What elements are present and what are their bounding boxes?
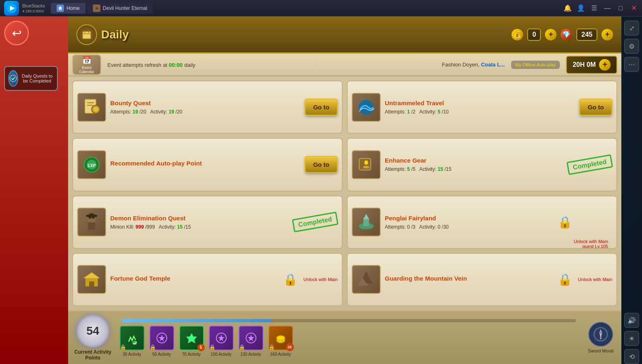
game-area: ↩ Daily Quests to be Completed — [0, 17, 642, 364]
reward-icon-130[interactable]: 🔒 — [239, 326, 263, 350]
bluestacks-appname: BlueStacks4.190.0.5002 — [22, 3, 45, 13]
game-tab[interactable]: ⚔ Devil Hunter Eternal — [87, 3, 153, 14]
event-calendar-button[interactable]: 📅 EventCalendar — [72, 54, 101, 75]
reward-item-30: 🔒 30 Activity — [120, 326, 145, 357]
enhance-icon — [352, 150, 381, 179]
back-button[interactable]: ↩ — [4, 21, 29, 45]
autoplay-title: Recommended Auto-play Point — [110, 160, 301, 167]
reward-160-badge: 25 — [286, 343, 294, 351]
quest-card-penglai: Penglai Fairyland Attempts: 0 /3 Activit… — [347, 196, 617, 249]
activity-points-container: 54 Current ActivityPoints — [74, 314, 111, 361]
svg-point-43 — [600, 338, 602, 339]
reward-icon-50[interactable]: 🔒 — [149, 326, 174, 350]
penglai-title: Penglai Fairyland — [385, 215, 550, 222]
svg-rect-20 — [88, 222, 95, 230]
fortune-unlock-text: Unlock with Main — [303, 277, 338, 282]
right-sidebar: ⤢ ⚙ ⋯ 🔊 ☀ ⟲ — [621, 17, 642, 364]
bounty-quest-info: Bounty Quest Attempts: 19 /20 Activity: … — [110, 99, 301, 115]
penglai-info: Penglai Fairyland Attempts: 0 /3 Activit… — [385, 215, 550, 230]
add-gem-button[interactable]: + — [602, 29, 613, 40]
auto-play-info: My Offline Auto-play — [511, 61, 560, 69]
penglai-unlock-text: Unlock with Mainquest Lv.105 — [574, 239, 608, 249]
refresh-info: Event attempts refresh at 00:00 daily — [107, 61, 436, 69]
expand-button[interactable]: ⤢ — [624, 21, 639, 35]
fortune-icon — [77, 265, 106, 294]
refresh-time: 00:00 — [169, 62, 182, 68]
reward-label-30: 30 Activity — [123, 352, 141, 357]
untrammeled-info: Untrammeled Travel Attempts: 1 /2 Activi… — [385, 99, 575, 115]
sword-mood-button[interactable]: Sword Mood — [586, 321, 615, 354]
svg-rect-30 — [89, 281, 94, 286]
refresh-daily: daily — [185, 62, 196, 68]
reward-70-badge: 5 — [197, 344, 205, 351]
untrammeled-goto-button[interactable]: Go to — [579, 99, 612, 116]
reward-50-lock-icon: 🔒 — [149, 344, 156, 350]
menu-icon[interactable]: ☰ — [590, 4, 598, 12]
quest-card-demon: Demon Elimination Quest Minion Kill: 999… — [72, 196, 343, 249]
daily-quests-icon — [8, 70, 18, 87]
activity-points-circle: 54 — [76, 314, 109, 347]
bounty-quest-goto-button[interactable]: Go to — [305, 99, 338, 116]
reward-130-lock-icon: 🔒 — [239, 344, 245, 350]
event-calendar-label: EventCalendar — [79, 66, 95, 74]
game-icon: ⚔ — [93, 5, 100, 12]
bounty-quest-icon — [77, 93, 106, 122]
home-tab[interactable]: Home — [51, 3, 85, 14]
reward-icon-30[interactable]: 🔒 — [120, 326, 145, 350]
penglai-icon — [352, 208, 381, 236]
svg-text:EXP: EXP — [88, 163, 96, 168]
untrammeled-title: Untrammeled Travel — [385, 99, 575, 106]
svg-point-2 — [10, 75, 17, 82]
add-gold-button[interactable]: + — [545, 29, 557, 40]
reward-label-100: 100 Activity — [211, 352, 232, 357]
settings-icon[interactable]: ⚙ — [624, 39, 639, 54]
quest-grid: Bounty Quest Attempts: 19 /20 Activity: … — [68, 76, 621, 310]
gem-icon: 💎 — [561, 29, 572, 40]
main-content: 📅 EventCalendar Event attempts refresh a… — [68, 54, 621, 364]
guarding-info: Guarding the Mountain Vein — [385, 275, 550, 284]
bounty-quest-title: Bounty Quest — [110, 99, 301, 106]
bluestacks-logo — [4, 1, 19, 16]
guarding-lock-icon: 🔒 — [558, 273, 572, 286]
untrammeled-stats: Attempts: 1 /2 Activity: 5 /10 — [385, 109, 575, 115]
minimize-button[interactable]: — — [603, 5, 611, 12]
top-bar-resources: 💰 0 + 💎 245 + — [512, 28, 613, 41]
autoplay-goto-button[interactable]: Go to — [305, 156, 338, 173]
fashion-info: Fashion Doyen, Coala L... — [442, 61, 505, 68]
fortune-lock-icon: 🔒 — [283, 273, 298, 286]
bell-icon[interactable]: 🔔 — [564, 4, 572, 12]
svg-rect-4 — [84, 31, 85, 33]
quest-card-untrammeled: Untrammeled Travel Attempts: 1 /2 Activi… — [347, 80, 617, 134]
reward-label-160: 160 Activity — [270, 352, 291, 357]
gem-amount-box: 245 — [576, 28, 597, 41]
info-bar: 📅 EventCalendar Event attempts refresh a… — [68, 54, 621, 76]
bottom-right-btns: 🔊 ☀ ⟲ — [624, 313, 639, 364]
reward-item-100: 🔒 100 Activity — [209, 326, 234, 357]
activity-points-label: Current ActivityPoints — [74, 349, 111, 361]
reward-icon-70[interactable]: 5 — [179, 326, 204, 350]
volume-icon[interactable]: 🔊 — [624, 313, 639, 328]
game-tab-label: Devil Hunter Eternal — [103, 5, 147, 11]
home-tab-label: Home — [66, 5, 80, 11]
autoplay-icon: EXP — [77, 150, 106, 179]
sidebar-daily-quests: Daily Quests to be Completed — [4, 66, 58, 91]
svg-point-40 — [277, 336, 285, 340]
guarding-title: Guarding the Mountain Vein — [385, 275, 550, 282]
top-bar: Daily 💰 0 + 💎 245 + — [68, 17, 621, 54]
sword-mood-icon — [588, 322, 613, 347]
close-button[interactable]: ✕ — [630, 4, 638, 12]
reward-item-50: 🔒 50 Activity — [149, 326, 174, 357]
add-time-button[interactable]: + — [599, 59, 611, 71]
more-options-icon[interactable]: ⋯ — [624, 57, 639, 72]
reward-icon-160[interactable]: 🔒 25 — [268, 326, 293, 350]
brightness-icon[interactable]: ☀ — [624, 331, 639, 346]
fashion-prefix: Fashion Doyen, — [442, 61, 479, 68]
reward-item-130: 🔒 130 Activity — [239, 326, 263, 357]
rotate-icon[interactable]: ⟲ — [624, 349, 639, 364]
maximize-button[interactable]: □ — [616, 5, 625, 12]
fashion-link[interactable]: Coala L... — [481, 61, 505, 68]
activity-rewards-section: 🔒 30 Activity 🔒 50 Acti — [118, 319, 580, 357]
reward-icon-100[interactable]: 🔒 — [209, 326, 234, 350]
account-icon[interactable]: 👤 — [577, 4, 585, 12]
svg-marker-29 — [83, 272, 100, 278]
